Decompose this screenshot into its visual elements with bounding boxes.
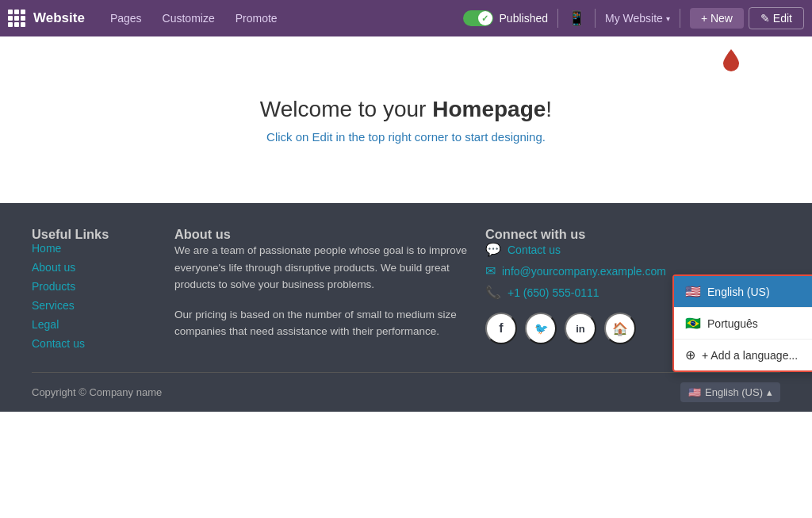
hero-subtitle-text: Click on Edit in the top right corner to… — [266, 130, 546, 144]
edit-label: ✎ Edit — [760, 12, 792, 25]
language-button[interactable]: 🇺🇸 English (US) ▴ — [680, 382, 780, 402]
about-us-heading: About us — [174, 227, 469, 242]
list-item: Home — [32, 242, 159, 255]
link-about[interactable]: About us — [32, 261, 75, 274]
list-item: Legal — [32, 318, 159, 331]
new-button[interactable]: + New — [690, 8, 744, 29]
lang-button-label: English (US) — [705, 386, 763, 398]
br-flag-icon: 🇧🇷 — [685, 316, 701, 331]
add-language-label: + Add a language... — [702, 349, 798, 362]
email-icon: ✉ — [485, 263, 496, 278]
footer-section: Useful Links Home About us Products Serv… — [0, 203, 812, 412]
list-item: About us — [32, 261, 159, 274]
add-language-button[interactable]: ⊕ + Add a language... — [674, 340, 812, 370]
footer-grid: Useful Links Home About us Products Serv… — [32, 227, 780, 372]
published-toggle[interactable] — [463, 10, 493, 26]
language-dropdown: 🇺🇸 English (US) 🇧🇷 Português ⊕ + Add a l… — [672, 274, 812, 372]
lang-flag-icon: 🇺🇸 — [688, 386, 701, 398]
list-item: Services — [32, 299, 159, 312]
nav-pages[interactable]: Pages — [102, 12, 150, 25]
contact-us-label: Contact us — [508, 244, 561, 256]
list-item: Contact us — [32, 337, 159, 350]
chevron-down-icon: ▾ — [666, 14, 670, 23]
chevron-up-icon: ▴ — [767, 386, 772, 398]
us-flag-icon: 🇺🇸 — [685, 284, 701, 299]
hero-subtitle: Click on Edit in the top right corner to… — [266, 130, 546, 144]
published-label: Published — [500, 12, 549, 25]
footer-bottom: Copyright © Company name 🇺🇸 English (US)… — [32, 372, 780, 412]
link-products[interactable]: Products — [32, 280, 75, 293]
twitter-button[interactable]: 🐦 — [525, 313, 557, 344]
home-button[interactable]: 🏠 — [604, 313, 636, 344]
about-text-2: Our pricing is based on the number of sm… — [174, 306, 469, 340]
nav-divider-2 — [595, 9, 596, 28]
lang-option-english[interactable]: 🇺🇸 English (US) — [674, 276, 812, 307]
edit-button[interactable]: ✎ Edit — [749, 7, 804, 29]
top-navigation: Website Pages Customize Promote Publishe… — [0, 0, 812, 36]
facebook-button[interactable]: f — [485, 313, 517, 344]
chat-icon: 💬 — [485, 242, 501, 257]
plus-icon: ⊕ — [685, 347, 695, 363]
useful-links-heading: Useful Links — [32, 227, 159, 242]
hero-title-bold: Homepage — [432, 97, 546, 121]
hero-title-exclaim: ! — [546, 97, 552, 121]
hero-section: Welcome to your Homepage! Click on Edit … — [0, 36, 812, 203]
nav-divider-3 — [680, 9, 680, 28]
my-website-label: My Website — [605, 12, 663, 25]
language-selector-container: 🇺🇸 English (US) 🇧🇷 Português ⊕ + Add a l… — [680, 382, 780, 402]
nav-promote[interactable]: Promote — [228, 12, 285, 25]
link-legal[interactable]: Legal — [32, 318, 59, 331]
published-status: Published — [463, 10, 549, 26]
drop-icon — [722, 48, 741, 71]
contact-us-link[interactable]: 💬 Contact us — [485, 242, 780, 257]
footer-links-list: Home About us Products Services Legal Co… — [32, 242, 159, 350]
about-text-1: We are a team of passionate people whose… — [174, 242, 469, 294]
nav-divider-1 — [557, 9, 558, 28]
link-contact[interactable]: Contact us — [32, 337, 85, 350]
about-us-section: About us We are a team of passionate peo… — [174, 227, 469, 356]
hero-title: Welcome to your Homepage! — [260, 97, 552, 122]
linkedin-button[interactable]: in — [565, 313, 596, 344]
mobile-preview-icon[interactable]: 📱 — [568, 10, 585, 27]
link-services[interactable]: Services — [32, 299, 75, 312]
brand-name[interactable]: Website — [33, 10, 85, 26]
my-website-button[interactable]: My Website ▾ — [605, 12, 670, 25]
phone-icon: 📞 — [485, 285, 501, 300]
lang-portuguese-label: Português — [707, 317, 758, 330]
list-item: Products — [32, 280, 159, 293]
copyright-text: Copyright © Company name — [32, 386, 162, 398]
lang-option-portuguese[interactable]: 🇧🇷 Português — [674, 308, 812, 339]
new-label: + New — [701, 12, 733, 25]
lang-english-label: English (US) — [707, 286, 770, 298]
phone-value: +1 (650) 555-0111 — [508, 286, 599, 299]
link-home[interactable]: Home — [32, 242, 61, 255]
hero-title-normal: Welcome to your — [260, 97, 432, 121]
apps-icon[interactable] — [8, 10, 25, 27]
useful-links-section: Useful Links Home About us Products Serv… — [32, 227, 159, 356]
nav-customize[interactable]: Customize — [155, 12, 223, 25]
email-value: info@yourcompany.example.com — [502, 265, 666, 278]
connect-heading: Connect with us — [485, 227, 780, 242]
